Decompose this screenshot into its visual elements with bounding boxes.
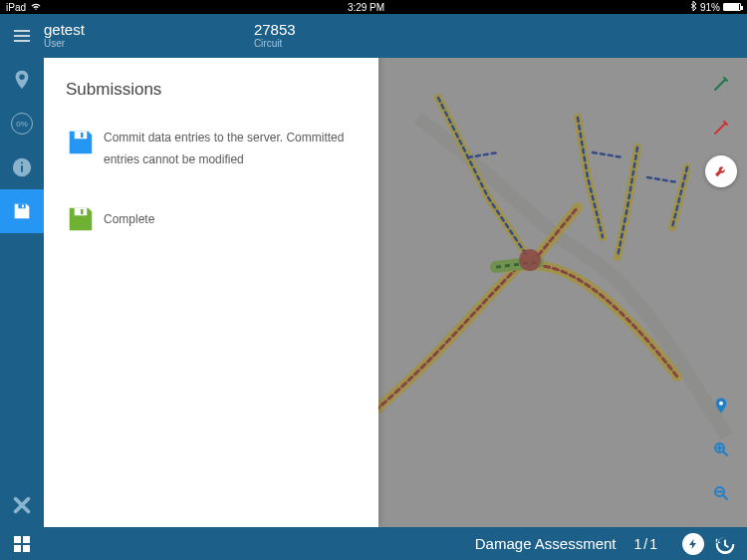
svg-rect-2 bbox=[21, 162, 23, 164]
map-tools-button[interactable] bbox=[705, 155, 737, 187]
svg-rect-17 bbox=[23, 545, 30, 552]
commit-save-icon bbox=[66, 128, 96, 157]
statusbar-time: 3:29 PM bbox=[42, 2, 690, 13]
bluetooth-icon bbox=[690, 1, 697, 13]
circuit-label: Circuit bbox=[254, 39, 296, 50]
battery-text: 91% bbox=[700, 2, 720, 13]
progress-ring-icon: 0% bbox=[11, 113, 33, 135]
history-icon bbox=[714, 533, 736, 555]
svg-point-11 bbox=[719, 402, 723, 406]
side-nav: 0% bbox=[0, 58, 44, 527]
statusbar-left: iPad bbox=[6, 1, 42, 13]
commit-text: Commit data entries to the server. Commi… bbox=[104, 128, 361, 170]
zoom-in-icon bbox=[712, 440, 730, 458]
map-wand-button[interactable] bbox=[705, 68, 737, 100]
panel-title: Submissions bbox=[66, 80, 361, 100]
complete-action[interactable]: Complete bbox=[66, 204, 361, 234]
mode-title: Damage Assessment bbox=[475, 535, 617, 552]
zoom-out-icon bbox=[712, 484, 730, 502]
page-total: 1 bbox=[649, 536, 659, 552]
hamburger-icon bbox=[12, 26, 32, 46]
wrench-icon bbox=[712, 162, 730, 180]
nav-cancel[interactable] bbox=[0, 483, 44, 527]
svg-point-10 bbox=[519, 249, 541, 271]
pin-user-icon bbox=[712, 397, 730, 415]
page-indicator: 1/1 bbox=[634, 536, 659, 552]
user-name: getest bbox=[44, 22, 85, 38]
submissions-panel: Submissions Commit data entries to the s… bbox=[44, 58, 378, 527]
apps-button[interactable] bbox=[8, 530, 36, 558]
commit-action[interactable]: Commit data entries to the server. Commi… bbox=[66, 128, 361, 170]
bottom-bar: Damage Assessment 1/1 bbox=[0, 527, 747, 560]
menu-button[interactable] bbox=[0, 14, 44, 58]
svg-rect-4 bbox=[22, 205, 24, 208]
map-zoom-out-button[interactable] bbox=[705, 477, 737, 509]
svg-rect-8 bbox=[81, 209, 84, 214]
map-lines bbox=[378, 58, 747, 527]
svg-rect-1 bbox=[21, 165, 23, 171]
map-mylocation-button[interactable] bbox=[705, 390, 737, 421]
page-current: 1 bbox=[634, 536, 644, 552]
battery-icon bbox=[723, 3, 741, 11]
svg-rect-15 bbox=[23, 536, 30, 543]
circuit-id: 27853 bbox=[254, 22, 296, 38]
close-icon bbox=[11, 494, 33, 516]
circuit-block: 27853 Circuit bbox=[254, 22, 296, 49]
info-icon bbox=[11, 156, 33, 178]
app-topbar: getest User 27853 Circuit bbox=[0, 14, 747, 58]
flash-button[interactable] bbox=[679, 530, 707, 558]
map-canvas[interactable] bbox=[378, 58, 747, 527]
pin-icon bbox=[11, 69, 33, 91]
ios-statusbar: iPad 3:29 PM 91% bbox=[0, 0, 747, 14]
nav-location[interactable] bbox=[0, 58, 44, 102]
grid-icon bbox=[13, 535, 31, 553]
user-block: getest User bbox=[44, 22, 85, 49]
statusbar-right: 91% bbox=[690, 1, 741, 13]
svg-rect-14 bbox=[14, 536, 21, 543]
wifi-icon bbox=[30, 1, 42, 13]
wand-icon bbox=[712, 75, 730, 93]
device-label: iPad bbox=[6, 2, 26, 13]
history-button[interactable] bbox=[711, 530, 739, 558]
nav-info[interactable] bbox=[0, 145, 44, 189]
nav-progress[interactable]: 0% bbox=[0, 102, 44, 145]
svg-rect-16 bbox=[14, 545, 21, 552]
complete-save-icon bbox=[66, 204, 96, 234]
map-edit-button[interactable] bbox=[705, 112, 737, 143]
pencil-icon bbox=[712, 119, 730, 137]
nav-submit[interactable] bbox=[0, 189, 44, 233]
bolt-icon bbox=[687, 538, 699, 550]
user-label: User bbox=[44, 39, 85, 50]
svg-rect-6 bbox=[81, 133, 84, 138]
progress-text: 0% bbox=[16, 120, 28, 129]
save-icon bbox=[11, 200, 33, 222]
map-zoom-in-button[interactable] bbox=[705, 433, 737, 465]
complete-text: Complete bbox=[104, 212, 154, 226]
